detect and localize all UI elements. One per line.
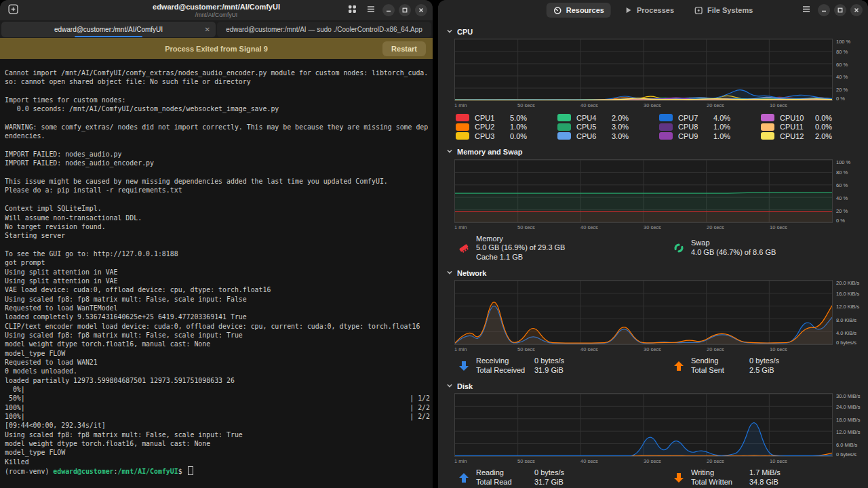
terminal-line: Using scaled fp8: fp8 matrix mult: False… <box>5 430 433 439</box>
tab-label: Processes <box>637 6 674 14</box>
terminal-line: Using split attention in VAE <box>5 277 433 285</box>
y-axis-label: 0 bytes/s <box>836 340 856 346</box>
tab-resources[interactable]: Resources <box>547 3 611 18</box>
x-axis-label: 30 secs <box>644 224 707 230</box>
close-button[interactable] <box>415 4 427 16</box>
legend-swatch <box>761 114 774 121</box>
x-axis-label: 50 secs <box>517 102 580 108</box>
cpu-legend-item: CPU53.0% <box>557 123 659 132</box>
monitor-close-button[interactable] <box>850 4 863 16</box>
legend-value: 5.0% <box>510 114 527 122</box>
y-axis-label: 30.0 MiB/s <box>836 393 860 399</box>
legend-swatch <box>659 123 673 131</box>
terminal-line <box>5 168 433 177</box>
tab-close-icon[interactable]: ✕ <box>205 26 210 33</box>
y-axis-label: 18.0 MiB/s <box>836 417 860 423</box>
legend-group: Sending0 bytes/sTotal Sent2.5 GiB <box>653 357 868 375</box>
legend-label: Total Read <box>476 478 534 487</box>
terminal-line: Using scaled fp8: fp8 matrix mult: False… <box>5 295 433 304</box>
legend-value: 0.0% <box>815 123 832 131</box>
progress-track <box>25 413 410 421</box>
tab-file-systems[interactable]: File Systems <box>688 3 760 18</box>
legend-name: CPU11 <box>780 123 810 131</box>
tab-overview-button[interactable] <box>344 3 359 18</box>
terminal-header-actions <box>344 0 427 20</box>
terminal-tab-2[interactable]: edward@customer:/mnt/AI — sudo ./CoolerC… <box>217 22 431 37</box>
new-tab-button[interactable] <box>5 3 20 18</box>
cpu-legend-item: CPU63.0% <box>557 131 659 141</box>
terminal-window: edward@customer:/mnt/AI/ComfyUI /mnt/AI/… <box>0 0 433 488</box>
legend-name: CPU4 <box>576 114 606 122</box>
legend-value: 3.0% <box>612 132 629 140</box>
legend-group: Writing1.7 MiB/sTotal Written34.8 GiB <box>653 468 868 487</box>
legend-name: CPU8 <box>678 123 708 131</box>
terminal-tab-bar: edward@customer:/mnt/AI/ComfyUI✕edward@c… <box>0 20 433 38</box>
maximize-button[interactable] <box>399 4 411 16</box>
terminal-screen[interactable]: Cannot import /mnt/AI/ComfyUI/comfy_extr… <box>0 59 433 488</box>
terminal-line: This issue might be caused by new missin… <box>5 177 433 186</box>
memory-legend: Memory5.0 GB (16.9%) of 29.3 GBCache 1.1… <box>438 235 868 262</box>
monitor-menu-button[interactable] <box>799 3 814 18</box>
x-axis-label: 10 secs <box>770 102 833 108</box>
progress-bar-line: 50%|| 1/2 <box>5 394 433 403</box>
terminal-tab-1[interactable]: edward@customer:/mnt/AI/ComfyUI✕ <box>1 22 216 37</box>
y-axis-label: 0 bytes/s <box>836 451 856 458</box>
x-axis-label: 50 secs <box>517 224 580 230</box>
y-axis-label: 16.0 KiB/s <box>836 291 859 297</box>
terminal-cursor <box>188 466 194 475</box>
terminal-line: Please do a: pip install -r requirements… <box>5 186 433 195</box>
terminal-line: To see the GUI go to: http://127.0.0.1:8… <box>5 249 433 258</box>
monitor-maximize-button[interactable] <box>834 4 846 16</box>
terminal-line: Requested to load WAN21 <box>5 358 433 367</box>
hamburger-icon <box>366 5 376 16</box>
cpu-legend-item: CPU74.0% <box>659 113 761 123</box>
gauge-icon <box>553 6 562 15</box>
legend-group: Swap4.0 GB (46.7%) of 8.6 GB <box>653 235 868 262</box>
y-axis-label: 40 % <box>836 195 848 201</box>
legend-value: 34.8 GiB <box>749 478 781 487</box>
terminal-line: [09:44<00:00, 292.34s/it] <box>5 421 433 430</box>
disk-legend: Reading0 bytes/sTotal Read31.7 GiBWritin… <box>438 468 868 487</box>
legend-value: 4.0% <box>713 114 730 122</box>
memory-x-axis: 1 min50 secs40 secs30 secs20 secs10 secs <box>454 224 833 230</box>
monitor-sections: CPU100 %80 %60 %40 %20 %0 %1 min50 secs4… <box>438 26 868 487</box>
arrow-up-icon <box>458 472 469 483</box>
x-axis-label: 10 secs <box>770 458 833 464</box>
x-axis-label: 10 secs <box>770 346 833 352</box>
restart-button[interactable]: Restart <box>382 41 426 56</box>
x-axis-label: 40 secs <box>580 102 644 108</box>
legend-value: 1.0% <box>510 123 527 131</box>
window-title: edward@customer:/mnt/AI/ComfyUI <box>153 1 280 11</box>
legend-swatch <box>761 123 774 131</box>
terminal-line: model weight dtype torch.float16, manual… <box>5 340 433 348</box>
legend-value: 2.5 GiB <box>749 366 779 375</box>
terminal-line: Using scaled fp8: fp8 matrix mult: False… <box>5 331 433 340</box>
section-header-memory[interactable]: Memory and Swap <box>438 147 868 157</box>
cpu-legend-item: CPU42.0% <box>557 113 659 123</box>
arrow-down-icon <box>458 361 469 371</box>
legend-value: 0.0% <box>815 114 832 122</box>
y-axis-label: 100 % <box>836 159 850 165</box>
y-axis-label: 40 % <box>836 74 848 80</box>
cpu-legend-item: CPU30.0% <box>456 131 557 141</box>
section-header-network[interactable]: Network <box>438 268 868 278</box>
menu-button[interactable] <box>363 3 378 18</box>
tab-processes[interactable]: Processes <box>618 3 681 18</box>
section-header-cpu[interactable]: CPU <box>438 26 868 37</box>
section-header-disk[interactable]: Disk <box>438 381 868 391</box>
terminal-line: Will assume non-transactional DDL. <box>5 214 433 222</box>
legend-name: CPU7 <box>678 114 708 122</box>
monitor-minimize-button[interactable] <box>818 4 830 16</box>
legend-group: Receiving0 bytes/sTotal Received31.9 GiB <box>438 357 653 375</box>
section-cpu: CPU100 %80 %60 %40 %20 %0 %1 min50 secs4… <box>438 26 868 141</box>
terminal-tab-label: edward@customer:/mnt/AI/ComfyUI <box>54 26 163 33</box>
legend-line: 5.0 GB (16.9%) of 29.3 GB <box>476 243 565 253</box>
minimize-button[interactable] <box>382 4 395 16</box>
hamburger-icon <box>802 5 811 16</box>
maximize-icon <box>837 5 844 16</box>
x-axis-label: 1 min <box>454 102 517 108</box>
terminal-line: Context impl SQLiteImpl. <box>5 204 433 213</box>
legend-swatch <box>557 132 571 140</box>
prompt-path: /mnt/AI/ComfyUI <box>117 468 178 475</box>
x-axis-label: 50 secs <box>517 346 580 352</box>
